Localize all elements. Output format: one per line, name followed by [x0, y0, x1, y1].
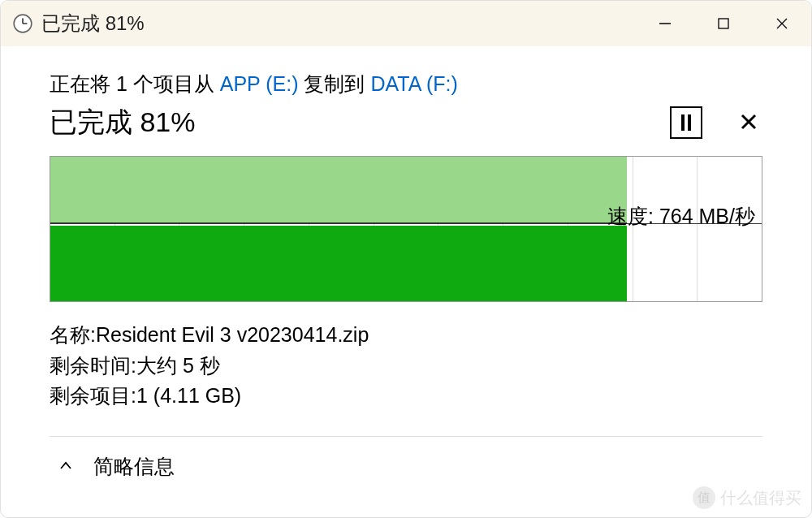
- window-title: 已完成 81%: [41, 11, 636, 37]
- name-label: 名称:: [50, 320, 96, 351]
- copy-dialog-window: 已完成 81% 正在将 1 个项目从 APP (E:) 复制到 DATA (F:…: [0, 0, 812, 518]
- copy-prefix: 正在将 1 个项目从: [50, 72, 220, 95]
- clock-icon: [12, 13, 33, 34]
- copy-description: 正在将 1 个项目从 APP (E:) 复制到 DATA (F:): [50, 71, 762, 97]
- collapse-toggle[interactable]: 简略信息: [50, 453, 762, 480]
- detail-time-row: 剩余时间: 大约 5 秒: [50, 351, 762, 382]
- close-icon: [775, 16, 789, 31]
- dest-link[interactable]: DATA (F:): [370, 72, 457, 95]
- chart-completed-area: [50, 157, 627, 223]
- cancel-icon: [740, 113, 758, 131]
- time-value: 大约 5 秒: [136, 351, 220, 382]
- pause-icon: [680, 114, 693, 131]
- name-value: Resident Evil 3 v20230414.zip: [96, 320, 369, 351]
- maximize-icon: [717, 17, 730, 30]
- items-label: 剩余项目:: [50, 381, 136, 412]
- pause-button[interactable]: [670, 106, 702, 139]
- detail-name-row: 名称: Resident Evil 3 v20230414.zip: [50, 320, 762, 351]
- source-link[interactable]: APP (E:): [220, 72, 299, 95]
- cancel-button[interactable]: [735, 109, 762, 136]
- copy-mid: 复制到: [299, 72, 371, 95]
- titlebar: 已完成 81%: [1, 1, 811, 46]
- close-button[interactable]: [753, 1, 811, 46]
- items-value: 1 (4.11 GB): [136, 381, 241, 412]
- progress-row: 已完成 81%: [50, 104, 762, 141]
- progress-controls: [670, 106, 762, 139]
- watermark: 值 什么值得买: [693, 486, 801, 509]
- detail-items-row: 剩余项目: 1 (4.11 GB): [50, 381, 762, 412]
- details-section: 名称: Resident Evil 3 v20230414.zip 剩余时间: …: [50, 320, 762, 412]
- watermark-text: 什么值得买: [720, 487, 801, 509]
- window-controls: [636, 1, 811, 46]
- svg-rect-8: [688, 114, 691, 131]
- collapse-label: 简略信息: [93, 453, 175, 480]
- chevron-up-icon: [58, 458, 74, 474]
- time-label: 剩余时间:: [50, 351, 136, 382]
- divider: [50, 436, 762, 437]
- maximize-button[interactable]: [694, 1, 753, 46]
- speed-chart: 速度: 764 MB/秒: [50, 156, 762, 302]
- minimize-button[interactable]: [636, 1, 694, 46]
- minimize-icon: [658, 16, 672, 31]
- chart-progress-fill: [50, 226, 627, 301]
- watermark-badge: 值: [693, 486, 715, 509]
- svg-rect-7: [681, 114, 685, 131]
- dialog-content: 正在将 1 个项目从 APP (E:) 复制到 DATA (F:) 已完成 81…: [1, 46, 811, 480]
- speed-label: 速度: 764 MB/秒: [607, 203, 755, 230]
- progress-text: 已完成 81%: [50, 104, 196, 141]
- svg-rect-4: [719, 19, 728, 28]
